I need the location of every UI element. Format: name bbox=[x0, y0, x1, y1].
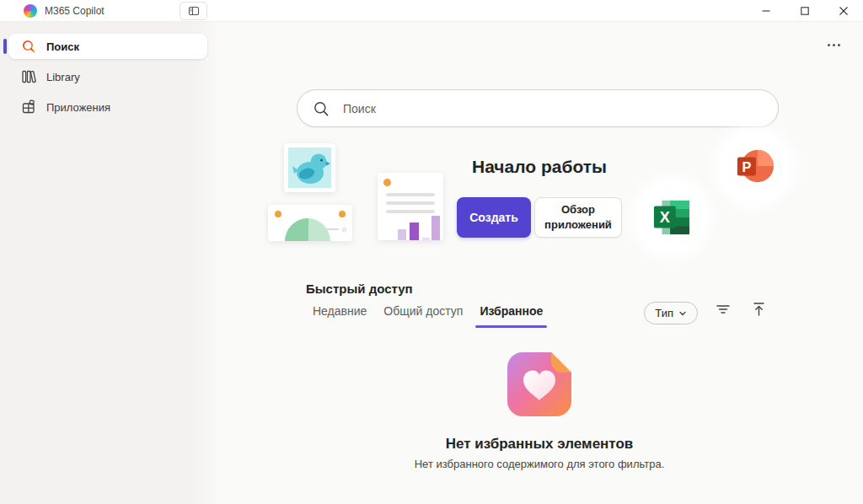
arrow-up-to-line-icon bbox=[753, 302, 765, 317]
sidebar-item-label: Поиск bbox=[46, 40, 79, 53]
filter-button[interactable] bbox=[716, 302, 730, 317]
maximize-icon bbox=[800, 6, 810, 16]
browse-apps-button[interactable]: Обзор приложений bbox=[534, 197, 622, 238]
tab-favorites[interactable]: Избранное bbox=[480, 302, 543, 328]
titlebar: M365 Copilot bbox=[0, 0, 863, 22]
sidebar-item-library[interactable]: Library bbox=[8, 64, 207, 89]
quick-access-tabs: Недавние Общий доступ Избранное Тип bbox=[216, 302, 863, 328]
window-controls bbox=[747, 0, 863, 21]
search-bar[interactable] bbox=[297, 89, 779, 127]
library-icon bbox=[21, 69, 36, 84]
hero-buttons: Создать Обзор приложений bbox=[216, 197, 863, 238]
sidebar: Поиск Library Приложения bbox=[0, 22, 216, 504]
empty-state: Нет избранных элементов Нет избранного с… bbox=[216, 349, 863, 470]
minimize-icon bbox=[761, 6, 771, 16]
powerpoint-logo-badge: P bbox=[721, 133, 788, 201]
close-button[interactable] bbox=[824, 0, 863, 21]
document-text-line bbox=[386, 193, 435, 196]
orange-dot-icon bbox=[383, 179, 391, 186]
tab-recent[interactable]: Недавние bbox=[313, 302, 367, 328]
main-content: Начало работы Создать Обзор приложений X bbox=[216, 22, 863, 504]
copilot-logo-icon bbox=[24, 4, 37, 18]
panel-left-icon bbox=[187, 4, 201, 18]
minimize-button[interactable] bbox=[747, 0, 785, 21]
sidebar-item-search[interactable]: Поиск bbox=[8, 34, 207, 59]
chevron-down-icon bbox=[678, 309, 687, 318]
empty-state-title: Нет избранных элементов bbox=[446, 436, 634, 453]
close-icon bbox=[839, 6, 849, 16]
hero-section: Начало работы Создать Обзор приложений X bbox=[216, 143, 863, 270]
sidebar-item-label: Приложения bbox=[46, 101, 110, 114]
type-filter-dropdown[interactable]: Тип bbox=[644, 302, 698, 324]
search-icon bbox=[313, 100, 330, 117]
svg-text:X: X bbox=[660, 209, 670, 226]
tab-shared[interactable]: Общий доступ bbox=[383, 302, 463, 328]
svg-text:P: P bbox=[742, 159, 751, 174]
search-icon bbox=[21, 39, 36, 54]
chart-bar bbox=[422, 238, 430, 240]
app-title: M365 Copilot bbox=[45, 5, 105, 17]
more-horizontal-icon bbox=[828, 44, 830, 46]
filter-icon bbox=[716, 303, 730, 315]
more-options-button[interactable] bbox=[824, 39, 843, 51]
create-button[interactable]: Создать bbox=[457, 197, 531, 238]
excel-logo-icon: X bbox=[652, 198, 691, 237]
sidebar-item-label: Library bbox=[46, 71, 80, 83]
sidebar-toggle-button[interactable] bbox=[180, 2, 207, 20]
apps-grid-icon bbox=[21, 99, 36, 115]
sidebar-item-apps[interactable]: Приложения bbox=[8, 94, 207, 120]
selected-item-accent-bar bbox=[3, 39, 7, 54]
excel-logo-badge: X bbox=[638, 184, 705, 251]
maximize-button[interactable] bbox=[785, 0, 824, 21]
search-input[interactable] bbox=[341, 101, 763, 116]
empty-state-subtitle: Нет избранного содержимого для этого фил… bbox=[415, 458, 665, 470]
powerpoint-logo-icon: P bbox=[734, 147, 775, 186]
type-filter-label: Тип bbox=[655, 307, 673, 319]
favorite-document-icon bbox=[504, 349, 575, 420]
sort-up-button[interactable] bbox=[752, 302, 765, 317]
quick-access-heading: Быстрый доступ bbox=[306, 281, 413, 296]
